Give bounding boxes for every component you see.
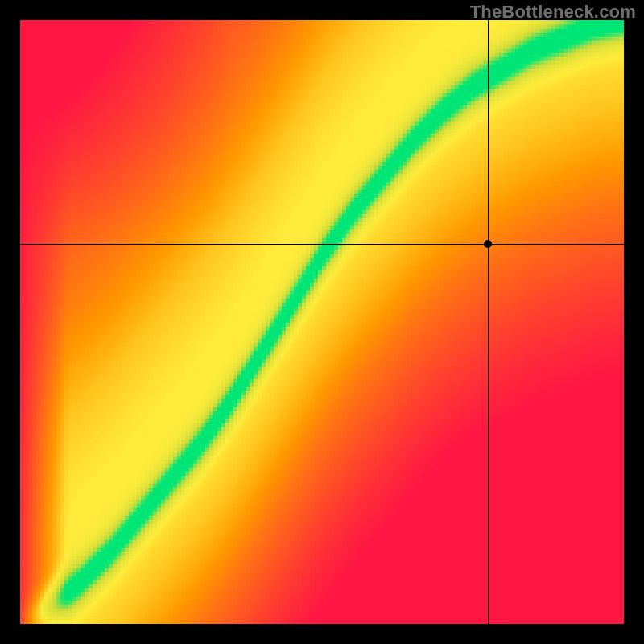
heatmap-canvas xyxy=(20,20,624,624)
crosshair-vertical xyxy=(488,20,489,624)
chart-container: TheBottleneck.com xyxy=(0,0,644,644)
selection-marker xyxy=(484,240,492,248)
plot-area xyxy=(20,20,624,624)
crosshair-horizontal xyxy=(20,244,624,245)
